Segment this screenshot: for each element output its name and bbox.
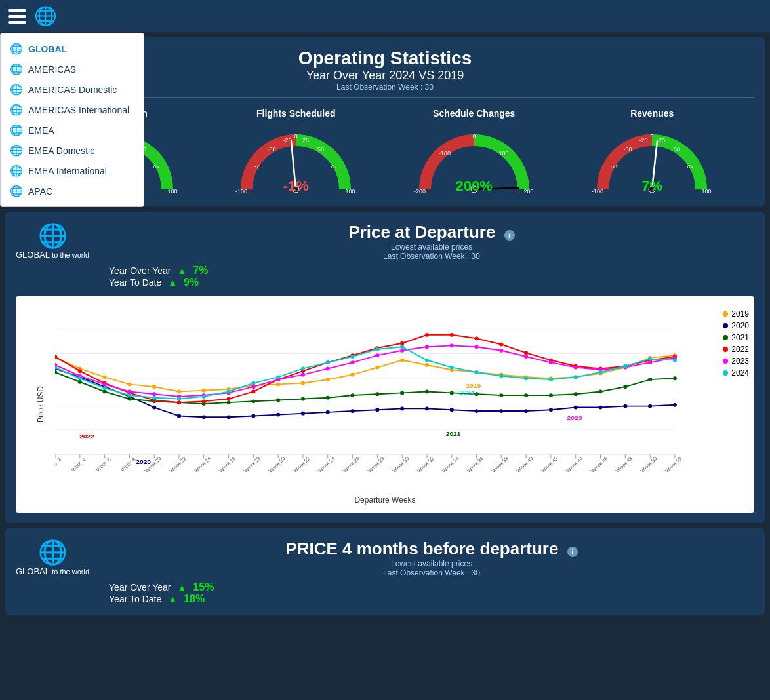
price-4months-info-icon[interactable]: i <box>567 547 578 557</box>
svg-point-66 <box>375 366 379 370</box>
price-departure-yoy-label: Year Over Year <box>109 265 171 276</box>
svg-point-168 <box>326 367 330 371</box>
hamburger-menu-button[interactable] <box>8 9 26 24</box>
menu-item-americas[interactable]: 🌐 AMERICAS <box>1 59 144 79</box>
svg-text:-75: -75 <box>254 163 263 170</box>
svg-point-132 <box>78 369 82 373</box>
svg-point-185 <box>103 386 107 390</box>
svg-point-64 <box>326 378 330 381</box>
svg-text:25: 25 <box>302 137 309 144</box>
price-4months-yoy-value: 15% <box>193 581 214 593</box>
globe-icon-emea-domestic: 🌐 <box>10 144 23 157</box>
svg-text:100: 100 <box>498 150 508 157</box>
legend-2020: 2020 <box>723 321 749 330</box>
svg-point-106 <box>78 380 82 384</box>
svg-point-208 <box>673 359 677 362</box>
svg-point-89 <box>301 412 305 416</box>
svg-text:Week 18: Week 18 <box>243 456 262 474</box>
svg-point-150 <box>524 351 528 355</box>
menu-label-apac: APAC <box>28 186 52 197</box>
price-departure-ytd-arrow: ▲ <box>168 277 177 288</box>
menu-label-americas-intl: AMERICAS International <box>28 105 129 115</box>
svg-text:Week 38: Week 38 <box>491 456 510 474</box>
gauge-schedule-changes-value: 200% <box>456 178 493 195</box>
svg-point-146 <box>425 333 429 337</box>
globe-icon-emea-intl: 🌐 <box>10 165 23 177</box>
price-departure-obs: Last Observation Week : 30 <box>109 252 754 261</box>
menu-item-apac[interactable]: 🌐 APAC <box>1 181 144 201</box>
menu-item-emea-intl[interactable]: 🌐 EMEA International <box>1 161 144 181</box>
price-departure-section: 🌐 GLOBAL to the world Price at Departure… <box>5 212 765 523</box>
gauge-revenues-value: 7% <box>641 178 662 195</box>
svg-text:100: 100 <box>167 188 177 195</box>
region-dropdown-menu: 🌐 GLOBAL 🌐 AMERICAS 🌐 AMERICAS Domestic … <box>0 33 144 207</box>
svg-text:200: 200 <box>523 188 533 195</box>
price-departure-ytd-value: 9% <box>184 277 199 288</box>
globe-4months-icon: 🌐 <box>38 539 68 566</box>
svg-point-102 <box>623 404 627 408</box>
svg-point-204 <box>574 375 578 379</box>
svg-point-62 <box>276 383 280 387</box>
top-nav: 🌐 🌐 GLOBAL 🌐 AMERICAS 🌐 AMERICAS Domesti… <box>0 0 770 32</box>
gauge-flights-scheduled-value: -1% <box>283 178 309 195</box>
menu-item-emea[interactable]: 🌐 EMEA <box>1 120 144 140</box>
globe-icon-americas: 🌐 <box>10 63 23 75</box>
svg-text:-100: -100 <box>439 150 451 157</box>
svg-point-201 <box>499 374 503 378</box>
svg-point-86 <box>226 415 230 419</box>
svg-point-129 <box>648 378 652 381</box>
svg-point-196 <box>375 347 379 351</box>
legend-2019: 2019 <box>723 309 749 319</box>
menu-item-global[interactable]: 🌐 GLOBAL <box>1 39 144 59</box>
svg-point-171 <box>400 349 404 353</box>
svg-point-90 <box>326 410 330 414</box>
menu-item-americas-intl[interactable]: 🌐 AMERICAS International <box>1 100 144 120</box>
price-departure-info-icon[interactable]: i <box>504 230 515 241</box>
gauge-schedule-changes: Schedule Changes -200 -100 0 100 200 200… <box>402 108 546 196</box>
svg-point-173 <box>450 343 454 347</box>
svg-point-91 <box>350 409 354 413</box>
price-4months-header: 🌐 GLOBAL to the world PRICE 4 months bef… <box>16 539 754 605</box>
svg-point-206 <box>623 364 627 368</box>
svg-point-190 <box>226 390 230 394</box>
price-departure-yoy-value: 7% <box>193 265 208 277</box>
globe-icon-apac: 🌐 <box>10 185 23 197</box>
svg-text:2024: 2024 <box>459 389 474 396</box>
price-4months-stats: Year Over Year ▲ 15% Year To Date ▲ 18% <box>109 581 754 605</box>
price-4months-globe-text: GLOBAL to the world <box>16 566 89 576</box>
svg-text:-25: -25 <box>283 137 292 144</box>
chart-legend: 2019 2020 2021 2022 2023 2024 <box>723 309 749 378</box>
globe-sub-text: to the world <box>52 251 89 259</box>
svg-text:0: 0 <box>472 133 476 140</box>
svg-text:Week 32: Week 32 <box>416 456 436 474</box>
price-departure-title: Price at Departure i <box>109 222 754 243</box>
price-departure-globe-label: 🌐 GLOBAL to the world <box>16 222 89 260</box>
globe-nav-icon[interactable]: 🌐 <box>34 5 57 27</box>
svg-point-56 <box>127 383 131 387</box>
svg-text:-200: -200 <box>414 188 426 195</box>
menu-label-global: GLOBAL <box>28 44 67 54</box>
menu-label-emea-intl: EMEA International <box>28 166 107 176</box>
svg-point-207 <box>648 357 652 361</box>
price-departure-chart-svg: 100 200 300 400 500 600 700 Week 2Week 4… <box>55 309 702 480</box>
menu-item-americas-domestic[interactable]: 🌐 AMERICAS Domestic <box>1 79 144 100</box>
svg-point-205 <box>598 370 602 374</box>
svg-point-57 <box>152 385 156 389</box>
svg-text:100: 100 <box>346 188 355 195</box>
svg-point-84 <box>177 414 181 418</box>
svg-point-83 <box>152 406 156 410</box>
svg-point-139 <box>251 390 255 394</box>
svg-point-120 <box>425 390 429 394</box>
svg-text:Week 12: Week 12 <box>168 456 188 474</box>
svg-point-202 <box>524 376 528 380</box>
menu-item-emea-domestic[interactable]: 🌐 EMEA Domestic <box>1 140 144 161</box>
svg-text:2021: 2021 <box>446 430 461 437</box>
svg-point-136 <box>177 400 181 404</box>
svg-point-177 <box>549 360 553 364</box>
svg-point-68 <box>425 363 429 367</box>
svg-point-130 <box>673 376 677 380</box>
gauge-flights-scheduled: Flights Scheduled -100 -75 -50 -25 0 25 … <box>224 108 368 196</box>
svg-text:Week 28: Week 28 <box>367 456 386 474</box>
svg-text:Week 52: Week 52 <box>664 456 683 474</box>
svg-text:Week 26: Week 26 <box>342 456 361 474</box>
